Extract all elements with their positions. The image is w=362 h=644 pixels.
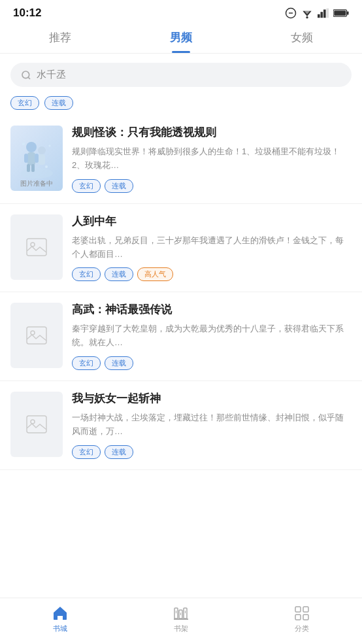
book-info: 高武：神话最强传说 秦宇穿越到了大乾皇朝，成为大乾最为优秀的十八皇子，获得君临天… <box>72 303 352 370</box>
svg-rect-19 <box>27 164 30 172</box>
svg-rect-28 <box>27 327 46 344</box>
book-title: 人到中年 <box>72 214 352 229</box>
tab-nvpin[interactable]: 女频 <box>241 30 362 53</box>
wifi-icon <box>301 7 314 19</box>
svg-rect-26 <box>27 239 46 256</box>
status-icons <box>285 7 349 19</box>
book-cover <box>10 392 63 457</box>
bottom-nav-shujia[interactable]: 书架 <box>161 605 201 634</box>
svg-rect-30 <box>27 416 46 433</box>
svg-point-4 <box>306 16 308 18</box>
status-time: 10:12 <box>13 7 41 20</box>
svg-rect-41 <box>295 615 301 620</box>
tab-tuijian[interactable]: 推荐 <box>0 30 121 53</box>
svg-rect-42 <box>303 615 308 620</box>
tag-xuanhuan[interactable]: 玄幻 <box>72 179 101 193</box>
svg-rect-5 <box>318 14 320 18</box>
svg-rect-11 <box>334 10 346 16</box>
svg-point-24 <box>49 144 51 146</box>
grid-icon <box>293 605 310 622</box>
tag-lianzai[interactable]: 连载 <box>105 267 133 281</box>
bottom-nav-label-fenlei: 分类 <box>295 624 309 634</box>
book-desc: 秦宇穿越到了大乾皇朝，成为大乾最为优秀的十八皇子，获得君临天下系统。就在人… <box>72 322 352 350</box>
book-item[interactable]: 我与妖女一起斩神 一场封神大战，尘埃落定，埋藏过往！那些前世情缘、封神旧恨，似乎… <box>0 381 362 470</box>
tag-lianzai[interactable]: 连载 <box>105 445 133 459</box>
svg-point-23 <box>22 143 25 145</box>
tag-xuanhuan[interactable]: 玄幻 <box>72 445 101 459</box>
book-info: 人到中年 老婆出轨，兄弟反目，三十岁那年我遭遇了人生的滑铁卢！金钱之下，每个人都… <box>72 214 352 282</box>
svg-rect-16 <box>27 152 35 165</box>
svg-point-21 <box>38 146 46 154</box>
svg-point-12 <box>22 71 29 78</box>
bottom-nav-shucheng[interactable]: 书城 <box>41 605 80 634</box>
book-tags: 玄幻 连载 <box>72 179 352 193</box>
svg-rect-8 <box>327 8 329 18</box>
book-tags: 玄幻 连载 高人气 <box>72 267 352 281</box>
tag-xuanhuan-partial[interactable]: 玄幻 <box>10 96 39 110</box>
book-desc: 一场封神大战，尘埃落定，埋藏过往！那些前世情缘、封神旧恨，似乎随风而逝，万… <box>72 411 352 439</box>
svg-point-29 <box>31 331 35 335</box>
signal-icon <box>318 8 329 18</box>
cover-label: 图片准备中 <box>10 179 63 188</box>
book-cover <box>10 214 63 280</box>
cover-placeholder <box>26 238 47 256</box>
book-item[interactable]: 人到中年 老婆出轨，兄弟反目，三十岁那年我遭遇了人生的滑铁卢！金钱之下，每个人都… <box>0 204 362 293</box>
cover-placeholder <box>26 415 47 433</box>
home-icon <box>52 605 69 622</box>
svg-rect-40 <box>303 607 308 612</box>
bookshelf-icon <box>173 605 189 622</box>
svg-point-25 <box>45 165 48 168</box>
svg-rect-20 <box>31 164 35 172</box>
minus-icon <box>285 7 297 19</box>
svg-point-31 <box>31 420 35 424</box>
search-bar[interactable]: 水千丞 <box>10 63 352 87</box>
search-input-text: 水千丞 <box>37 69 66 81</box>
bottom-nav-label-shujia: 书架 <box>174 624 188 634</box>
book-list: 图片准备中 规则怪谈：只有我能透视规则 规则降临现实世界！将威胁到很多人的生命！… <box>0 115 362 470</box>
tag-popular[interactable]: 高人气 <box>137 267 173 281</box>
image-placeholder-icon <box>26 238 47 256</box>
cover-placeholder <box>26 326 47 345</box>
status-bar: 10:12 <box>0 0 362 24</box>
bottom-nav-fenlei[interactable]: 分类 <box>282 605 321 634</box>
book-title: 高武：神话最强传说 <box>72 303 352 317</box>
image-placeholder-icon <box>26 415 47 433</box>
battery-icon <box>333 8 349 18</box>
tag-xuanhuan[interactable]: 玄幻 <box>72 356 101 370</box>
book-title: 规则怪谈：只有我能透视规则 <box>72 126 352 140</box>
book-item[interactable]: 高武：神话最强传说 秦宇穿越到了大乾皇朝，成为大乾最为优秀的十八皇子，获得君临天… <box>0 292 362 381</box>
image-placeholder-icon <box>26 326 47 345</box>
svg-rect-10 <box>347 11 349 14</box>
top-nav: 推荐 男频 女频 <box>0 24 362 54</box>
book-tags: 玄幻 连载 <box>72 356 352 370</box>
svg-line-13 <box>28 77 30 79</box>
book-info: 我与妖女一起斩神 一场封神大战，尘埃落定，埋藏过往！那些前世情缘、封神旧恨，似乎… <box>72 392 352 459</box>
svg-rect-22 <box>39 154 45 165</box>
svg-point-14 <box>20 168 53 178</box>
tag-lianzai[interactable]: 连载 <box>105 356 133 370</box>
svg-rect-18 <box>35 154 39 163</box>
book-cover <box>10 303 63 368</box>
book-info: 规则怪谈：只有我能透视规则 规则降临现实世界！将威胁到很多人的生命！1、垃圾桶里… <box>72 126 352 193</box>
tag-lianzai-partial[interactable]: 连载 <box>44 96 73 110</box>
partial-tags-row: 玄幻 连载 <box>0 96 362 115</box>
svg-rect-7 <box>323 10 326 18</box>
svg-rect-39 <box>295 607 301 612</box>
svg-point-15 <box>26 142 37 152</box>
book-title: 我与妖女一起斩神 <box>72 392 352 406</box>
book-item[interactable]: 图片准备中 规则怪谈：只有我能透视规则 规则降临现实世界！将威胁到很多人的生命！… <box>0 115 362 204</box>
book-desc: 规则降临现实世界！将威胁到很多人的生命！1、垃圾桶里不能有垃圾！2、玫瑰花… <box>72 145 352 173</box>
search-icon <box>21 70 31 80</box>
tag-xuanhuan[interactable]: 玄幻 <box>72 267 101 281</box>
book-desc: 老婆出轨，兄弟反目，三十岁那年我遭遇了人生的滑铁卢！金钱之下，每个人都面目… <box>72 234 352 262</box>
bottom-nav-label-shucheng: 书城 <box>53 624 67 634</box>
tab-nanpin[interactable]: 男频 <box>121 30 242 53</box>
svg-rect-6 <box>321 12 323 18</box>
book-cover: 图片准备中 <box>10 126 63 191</box>
bottom-nav: 书城 书架 分 <box>0 598 362 644</box>
svg-point-27 <box>31 243 35 246</box>
cover-illustration <box>17 134 56 183</box>
tag-lianzai[interactable]: 连载 <box>105 179 133 193</box>
book-tags: 玄幻 连载 <box>72 445 352 459</box>
svg-rect-17 <box>24 154 28 163</box>
